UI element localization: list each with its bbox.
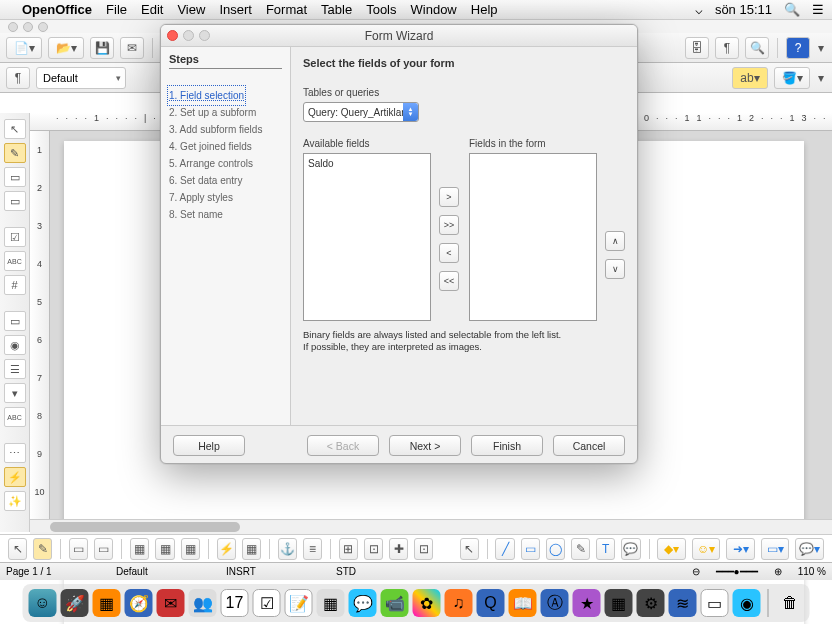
listbox-button[interactable]: ☰ — [4, 359, 26, 379]
cancel-button[interactable]: Cancel — [553, 435, 625, 456]
pushbutton-button[interactable]: ▭ — [4, 311, 26, 331]
tables-select[interactable]: Query: Query_Artiklar ▲▼ — [303, 102, 419, 122]
step-8[interactable]: 8. Set name — [169, 206, 282, 223]
dock-safari-icon[interactable]: 🧭 — [125, 589, 153, 617]
step-2[interactable]: 2. Set up a subform — [169, 104, 282, 121]
dialog-zoom-icon[interactable] — [199, 30, 210, 41]
grid-button[interactable]: ⊞ — [339, 538, 358, 560]
dock-finder-icon[interactable]: ☺ — [29, 589, 57, 617]
menu-help[interactable]: Help — [471, 2, 498, 17]
menu-format[interactable]: Format — [266, 2, 307, 17]
nonprinting-button[interactable]: ¶ — [715, 37, 739, 59]
dialog-titlebar[interactable]: Form Wizard — [161, 25, 637, 47]
menu-file[interactable]: File — [106, 2, 127, 17]
save-button[interactable]: 💾 — [90, 37, 114, 59]
step-3[interactable]: 3. Add subform fields — [169, 121, 282, 138]
open-button[interactable]: 📂▾ — [48, 37, 84, 59]
shapes3-button[interactable]: ➜▾ — [726, 538, 755, 560]
ctrl1-button[interactable]: ▭ — [69, 538, 88, 560]
move-up-button[interactable]: ∧ — [605, 231, 625, 251]
vertical-ruler[interactable]: 12345678910 — [30, 131, 50, 532]
finish-button[interactable]: Finish — [471, 435, 543, 456]
step-7[interactable]: 7. Apply styles — [169, 189, 282, 206]
crop-button[interactable]: ⊡ — [414, 538, 433, 560]
wiz2-button[interactable]: ▦ — [242, 538, 261, 560]
toolbar-overflow-icon[interactable]: ▾ — [816, 37, 826, 59]
checkbox-button[interactable]: ☑ — [4, 227, 26, 247]
help-button[interactable]: ? — [786, 37, 810, 59]
clock[interactable]: sön 15:11 — [715, 2, 772, 17]
dock-messages-icon[interactable]: 💬 — [349, 589, 377, 617]
menu-window[interactable]: Window — [411, 2, 457, 17]
dialog-close-icon[interactable] — [167, 30, 178, 41]
form-fields-listbox[interactable] — [469, 153, 597, 321]
wizard2-button[interactable]: ✨ — [4, 491, 26, 511]
nav3-button[interactable]: ▦ — [181, 538, 200, 560]
dock-calendar-icon[interactable]: 17 — [221, 589, 249, 617]
back-button[interactable]: < Back — [307, 435, 379, 456]
formatted-field-button[interactable]: # — [4, 275, 26, 295]
menu-view[interactable]: View — [177, 2, 205, 17]
zoom-slider[interactable]: ━━━●━━━ — [716, 566, 758, 577]
edit-tool-button[interactable]: ✎ — [33, 538, 52, 560]
status-insrt[interactable]: INSRT — [226, 566, 296, 577]
datasource-button[interactable]: 🗄 — [685, 37, 709, 59]
dock-quicktime-icon[interactable]: Q — [477, 589, 505, 617]
find-button[interactable]: 🔍 — [745, 37, 769, 59]
status-std[interactable]: STD — [336, 566, 406, 577]
align-button[interactable]: ≡ — [303, 538, 322, 560]
pointer2-button[interactable]: ↖ — [460, 538, 479, 560]
dock-app1-icon[interactable]: ▦ — [93, 589, 121, 617]
mail-button[interactable]: ✉ — [120, 37, 144, 59]
menu-table[interactable]: Table — [321, 2, 352, 17]
combobox-button[interactable]: ▾ — [4, 383, 26, 403]
shapes2-button[interactable]: ☺▾ — [692, 538, 721, 560]
dock-app2-icon[interactable]: ▦ — [605, 589, 633, 617]
zoom-window-icon[interactable] — [38, 22, 48, 32]
dock-trash-icon[interactable]: 🗑 — [776, 589, 804, 617]
rect-button[interactable]: ▭ — [521, 538, 540, 560]
paragraph-style-select[interactable]: Default — [36, 67, 126, 89]
select-tool-button[interactable]: ↖ — [8, 538, 27, 560]
shapes4-button[interactable]: ▭▾ — [761, 538, 790, 560]
toolbar-overflow-icon[interactable]: ▾ — [816, 67, 826, 89]
menu-tools[interactable]: Tools — [366, 2, 396, 17]
dock-openoffice-icon[interactable]: ≋ — [669, 589, 697, 617]
design-mode-button[interactable]: ✎ — [4, 143, 26, 163]
nav1-button[interactable]: ▦ — [130, 538, 149, 560]
label-button[interactable]: ABC — [4, 407, 26, 427]
dock-reminders-icon[interactable]: ☑ — [253, 589, 281, 617]
dock-settings-icon[interactable]: ⚙ — [637, 589, 665, 617]
textfield-button[interactable]: ABC — [4, 251, 26, 271]
dock-ibooks-icon[interactable]: 📖 — [509, 589, 537, 617]
menu-extra-icon[interactable]: ☰ — [812, 2, 824, 17]
dock-launchpad-icon[interactable]: 🚀 — [61, 589, 89, 617]
select-stepper-icon[interactable]: ▲▼ — [403, 103, 418, 121]
step-1[interactable]: 1. Field selection — [169, 87, 244, 104]
wizards-button[interactable]: ⚡ — [4, 467, 26, 487]
freeform-button[interactable]: ✎ — [571, 538, 590, 560]
available-fields-listbox[interactable]: Saldo — [303, 153, 431, 321]
minimize-window-icon[interactable] — [23, 22, 33, 32]
dock-mail-icon[interactable]: ✉ — [157, 589, 185, 617]
shapes5-button[interactable]: 💬▾ — [795, 538, 824, 560]
move-all-right-button[interactable]: >> — [439, 215, 459, 235]
step-4[interactable]: 4. Get joined fields — [169, 138, 282, 155]
dock-facetime-icon[interactable]: 📹 — [381, 589, 409, 617]
dock-photos-icon[interactable]: ✿ — [413, 589, 441, 617]
text-button[interactable]: T — [596, 538, 615, 560]
list-item[interactable]: Saldo — [308, 158, 426, 169]
dock-app4-icon[interactable]: ◉ — [733, 589, 761, 617]
line-button[interactable]: ╱ — [495, 538, 514, 560]
close-window-icon[interactable] — [8, 22, 18, 32]
control-button[interactable]: ▭ — [4, 167, 26, 187]
help-button[interactable]: Help — [173, 435, 245, 456]
zoom-out-icon[interactable]: ⊖ — [692, 566, 700, 577]
more-controls-button[interactable]: ⋯ — [4, 443, 26, 463]
horizontal-scrollbar[interactable] — [30, 519, 832, 534]
guides-button[interactable]: ✚ — [389, 538, 408, 560]
bgcolor-button[interactable]: 🪣▾ — [774, 67, 810, 89]
move-all-left-button[interactable]: << — [439, 271, 459, 291]
optionbutton-button[interactable]: ◉ — [4, 335, 26, 355]
dock-numbers-icon[interactable]: ▦ — [317, 589, 345, 617]
